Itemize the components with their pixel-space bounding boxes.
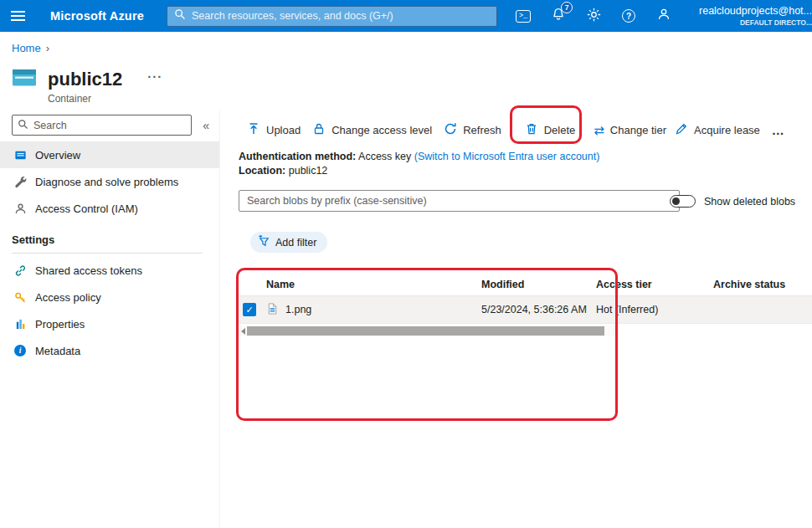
acquire-lease-label: Acquire lease xyxy=(694,124,760,136)
table-header-row: Name Modified Access tier Archive status xyxy=(239,274,812,296)
sidebar-item-label: Shared access tokens xyxy=(35,264,142,277)
azure-portal-window: Microsoft Azure >_ 7 xyxy=(0,0,812,528)
upload-label: Upload xyxy=(266,124,301,136)
auth-method-value: Access key xyxy=(358,151,411,162)
upload-button[interactable]: Upload xyxy=(247,122,301,138)
hamburger-menu-button[interactable] xyxy=(0,0,35,32)
column-header-archive-status: Archive status xyxy=(713,279,812,290)
pen-icon xyxy=(675,122,688,138)
person-icon xyxy=(13,202,27,215)
help-button[interactable]: ? xyxy=(621,8,636,23)
horizontal-scrollbar[interactable] xyxy=(239,326,617,336)
feedback-icon xyxy=(657,8,671,24)
sidebar-search[interactable] xyxy=(12,115,192,136)
show-deleted-toggle[interactable] xyxy=(670,195,696,208)
change-tier-label: Change tier xyxy=(610,124,666,136)
feedback-button[interactable] xyxy=(656,8,671,23)
link-icon xyxy=(13,264,27,277)
lock-icon xyxy=(312,122,326,138)
blob-table: Name Modified Access tier Archive status… xyxy=(239,274,812,324)
sidebar-search-input[interactable] xyxy=(33,120,186,131)
column-header-modified: Modified xyxy=(481,279,596,290)
sidebar-section-settings: Settings xyxy=(0,222,219,253)
blob-prefix-search-input[interactable] xyxy=(239,190,680,212)
swap-arrows-icon: ⇄ xyxy=(594,124,604,136)
command-bar-more-button[interactable]: … xyxy=(772,123,785,137)
auth-method-label: Authentication method: xyxy=(239,151,356,162)
add-filter-button[interactable]: Add filter xyxy=(250,232,327,253)
global-search[interactable] xyxy=(167,6,497,27)
sidebar-item-properties[interactable]: Properties xyxy=(0,310,219,337)
refresh-icon xyxy=(444,122,457,138)
wrench-icon xyxy=(13,175,27,188)
location-value: public12 xyxy=(289,165,328,177)
azure-brand-title: Microsoft Azure xyxy=(50,9,144,23)
sidebar-item-access-policy[interactable]: Access policy xyxy=(0,284,219,310)
upload-icon xyxy=(247,122,260,138)
scroll-left-arrow[interactable] xyxy=(239,326,247,336)
column-header-access-tier: Access tier xyxy=(596,279,713,290)
breadcrumb-home-link[interactable]: Home xyxy=(12,42,41,54)
divider xyxy=(12,253,203,254)
sidebar-item-label: Overview xyxy=(35,149,80,161)
location-label: Location: xyxy=(239,165,285,177)
refresh-label: Refresh xyxy=(463,124,501,136)
trash-icon xyxy=(525,122,538,138)
page-header: public12 ··· Container xyxy=(12,66,162,105)
chevron-right-icon: › xyxy=(46,42,49,54)
cloud-shell-button[interactable]: >_ xyxy=(516,8,531,23)
show-deleted-label: Show deleted blobs xyxy=(704,196,795,208)
sidebar-item-label: Properties xyxy=(35,318,85,331)
column-header-name: Name xyxy=(266,279,481,290)
topbar-icons: >_ 7 xyxy=(516,8,671,23)
change-tier-button[interactable]: ⇄ Change tier xyxy=(594,124,666,136)
location-line: Location: public12 xyxy=(239,165,327,177)
settings-button[interactable] xyxy=(586,8,601,23)
file-icon xyxy=(266,302,279,318)
global-search-input[interactable] xyxy=(192,10,490,22)
add-filter-label: Add filter xyxy=(275,237,316,249)
notification-badge: 7 xyxy=(561,2,573,13)
sidebar-item-shared-access-tokens[interactable]: Shared access tokens xyxy=(0,257,219,284)
delete-button[interactable]: Delete xyxy=(525,122,576,138)
blob-modified: 5/23/2024, 5:36:26 AM xyxy=(481,304,596,315)
page-title: public12 xyxy=(48,69,122,90)
overview-icon xyxy=(13,148,27,161)
info-icon: i xyxy=(13,344,27,357)
scrollbar-thumb[interactable] xyxy=(247,326,604,336)
acquire-lease-button[interactable]: Acquire lease xyxy=(675,122,760,138)
blob-access-tier: Hot (Inferred) xyxy=(596,304,713,315)
sidebar-item-label: Diagnose and solve problems xyxy=(35,176,178,188)
container-icon xyxy=(12,66,37,92)
sidebar-item-metadata[interactable]: i Metadata xyxy=(0,337,219,364)
notifications-button[interactable]: 7 xyxy=(551,8,566,23)
sidebar-item-overview[interactable]: Overview xyxy=(0,141,219,168)
account-directory: DEFAULT DIRECTO... xyxy=(685,18,812,28)
account-email: realcloudprojects@hot... xyxy=(685,4,812,18)
change-access-level-button[interactable]: Change access level xyxy=(312,122,432,138)
row-checkbox[interactable]: ✓ xyxy=(243,303,256,316)
switch-entra-link[interactable]: (Switch to Microsoft Entra user account) xyxy=(414,151,600,162)
help-icon: ? xyxy=(622,9,635,23)
search-icon xyxy=(18,118,28,133)
page-more-button[interactable]: ··· xyxy=(147,69,162,84)
table-row[interactable]: ✓ 1.png 5/23/2024, xyxy=(239,296,812,324)
refresh-button[interactable]: Refresh xyxy=(444,122,501,138)
sidebar-item-label: Metadata xyxy=(35,345,80,357)
sidebar-search-row: « xyxy=(0,109,219,141)
breadcrumb: Home › xyxy=(12,42,49,54)
sidebar-item-access-control[interactable]: Access Control (IAM) xyxy=(0,195,219,222)
sidebar-item-label: Access policy xyxy=(35,291,101,304)
page-subtitle: Container xyxy=(48,93,162,105)
toggle-knob xyxy=(672,197,680,205)
gear-icon xyxy=(587,8,601,25)
sidebar-item-label: Access Control (IAM) xyxy=(35,202,138,215)
key-icon xyxy=(13,290,27,304)
sidebar-collapse-button[interactable]: « xyxy=(199,119,213,132)
account-menu[interactable]: realcloudprojects@hot... DEFAULT DIRECTO… xyxy=(685,4,812,27)
search-icon xyxy=(174,8,186,23)
sidebar-item-diagnose[interactable]: Diagnose and solve problems xyxy=(0,168,219,195)
cloud-shell-icon: >_ xyxy=(516,10,531,23)
blob-name-link[interactable]: 1.png xyxy=(285,304,311,315)
top-bar: Microsoft Azure >_ 7 xyxy=(0,0,812,32)
